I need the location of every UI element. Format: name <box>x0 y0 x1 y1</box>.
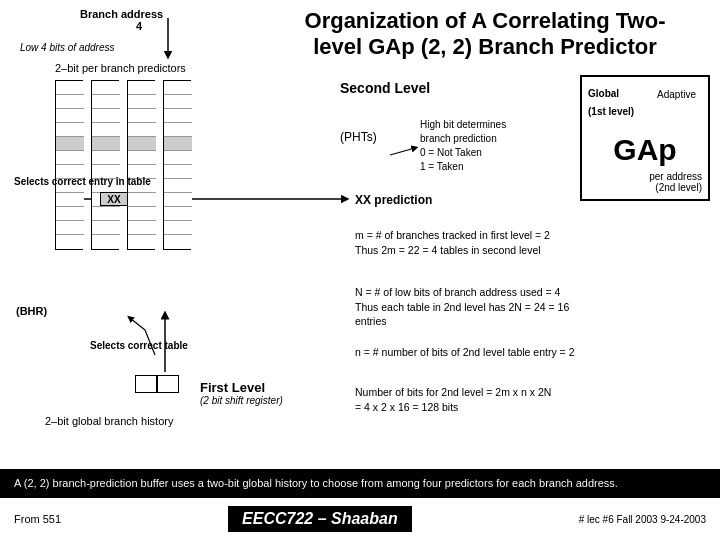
pht-cell <box>92 207 120 221</box>
global-box: Global (1st level) Adaptive GAp per addr… <box>580 75 710 201</box>
pht-cell <box>92 95 120 109</box>
high-bit-text: High bit determines branch prediction 0 … <box>420 118 506 174</box>
left-pht-tables <box>55 80 191 250</box>
from-label: From 551 <box>14 513 61 525</box>
pht-cell <box>56 235 84 249</box>
selects-correct-table-label: Selects correct table <box>90 340 188 351</box>
title-section: Organization of A Correlating Two- level… <box>260 8 710 61</box>
pht-cell <box>92 151 120 165</box>
svg-line-5 <box>130 318 145 330</box>
pht-cell-highlighted <box>92 137 120 151</box>
info-box-1: m = # of branches tracked in first level… <box>355 228 710 257</box>
pht-cell <box>56 221 84 235</box>
pht-cell <box>128 109 156 123</box>
pht-cell <box>56 207 84 221</box>
pht-cell <box>92 81 120 95</box>
pht-cell <box>92 123 120 137</box>
pht-cell <box>164 193 192 207</box>
pht-table-1 <box>55 80 83 250</box>
pht-cell <box>92 235 120 249</box>
xx-prediction-label: XX prediction <box>355 193 432 207</box>
pht-cell <box>56 151 84 165</box>
shift-cell-2 <box>157 375 179 393</box>
second-level-label: Second Level <box>340 80 430 96</box>
course-info: # lec #6 Fall 2003 9-24-2003 <box>579 514 706 525</box>
adaptive-label: Adaptive <box>657 89 696 100</box>
global-title: Global (1st level) <box>588 88 634 117</box>
pht-table-3 <box>127 80 155 250</box>
gap-text: GAp <box>588 133 702 167</box>
main-container: Organization of A Correlating Two- level… <box>0 0 720 540</box>
pht-cell <box>164 151 192 165</box>
pht-cell <box>164 165 192 179</box>
xx-row: XX <box>100 192 128 206</box>
bottom-bar: A (2, 2) branch-prediction buffer uses a… <box>0 469 720 498</box>
pht-cell <box>164 95 192 109</box>
pht-cell <box>128 151 156 165</box>
pht-cell-highlighted <box>128 137 156 151</box>
eecc-badge: EECC722 – Shaaban <box>228 506 412 532</box>
xx-box: XX <box>100 192 128 206</box>
branch-address-label: Branch address 4 <box>80 8 163 32</box>
pht-cell <box>164 207 192 221</box>
pht-cell <box>128 81 156 95</box>
pht-cell <box>164 179 192 193</box>
pht-table-4 <box>163 80 191 250</box>
low-4bits-label: Low 4 bits of address <box>20 42 115 53</box>
pht-table-2 <box>91 80 119 250</box>
pht-cell <box>128 235 156 249</box>
pht-cell <box>128 207 156 221</box>
two-bit-global-label: 2–bit global branch history <box>45 415 173 427</box>
footer: From 551 EECC722 – Shaaban # lec #6 Fall… <box>0 498 720 540</box>
pht-cell <box>164 81 192 95</box>
pht-cell <box>164 123 192 137</box>
pht-cell <box>92 109 120 123</box>
shift-cell-1 <box>135 375 157 393</box>
first-level-label: First Level (2 bit shift register) <box>200 380 283 406</box>
info-box-4: Number of bits for 2nd level = 2m x n x … <box>355 385 710 414</box>
pht-cell <box>56 81 84 95</box>
phts-label: (PHTs) <box>340 130 377 144</box>
shift-register <box>135 375 179 393</box>
pht-cell <box>56 123 84 137</box>
pht-cell <box>56 193 84 207</box>
pht-cell <box>128 221 156 235</box>
page-title: Organization of A Correlating Two- level… <box>260 8 710 61</box>
pht-cell <box>164 109 192 123</box>
two-bit-per-branch-label: 2–bit per branch predictors <box>55 62 186 74</box>
pht-cell-highlighted <box>56 137 84 151</box>
pht-cell <box>164 235 192 249</box>
info-box-3: n = # number of bits of 2nd level table … <box>355 345 710 360</box>
pht-cell <box>92 221 120 235</box>
svg-line-6 <box>390 148 415 155</box>
pht-cell <box>128 95 156 109</box>
selects-correct-entry-label: Selects correct entry in table <box>14 175 151 188</box>
pht-cell <box>164 221 192 235</box>
info-box-2: N = # of low bits of branch address used… <box>355 285 710 329</box>
pht-cell <box>56 109 84 123</box>
per-address-label: per address (2nd level) <box>588 171 702 193</box>
bhr-label: (BHR) <box>16 305 47 317</box>
pht-cell <box>128 123 156 137</box>
pht-cell-highlighted <box>164 137 192 151</box>
pht-cell <box>128 193 156 207</box>
pht-cell <box>56 95 84 109</box>
